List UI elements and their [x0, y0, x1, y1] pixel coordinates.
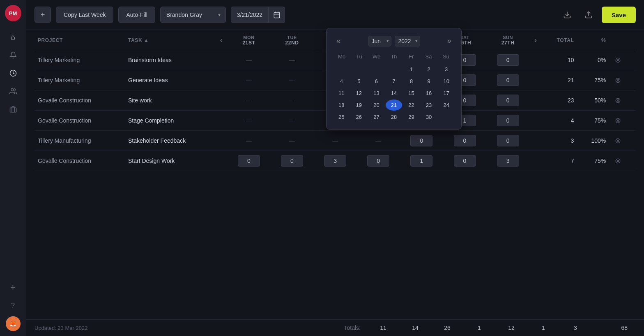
cal-day-27[interactable]: 27 [368, 111, 385, 123]
user-selector[interactable]: Brandon Gray ▾ [160, 7, 226, 23]
cal-day-9[interactable]: 9 [421, 76, 437, 87]
auto-fill-button[interactable]: Auto-Fill [118, 7, 155, 23]
cal-day-26[interactable]: 26 [351, 111, 368, 123]
sidebar-item-briefcase[interactable] [6, 102, 21, 117]
input-wed-5[interactable] [324, 155, 346, 167]
add-button[interactable]: + [34, 7, 51, 23]
cal-day-10[interactable]: 10 [438, 76, 455, 87]
cell-tue-1: — [270, 70, 313, 90]
input-mon-5[interactable] [238, 155, 260, 167]
col-pct: % [577, 30, 609, 50]
cell-pct-0: 0% [577, 50, 609, 70]
sidebar: PM ⌂ + ? 🦊 [0, 0, 26, 336]
task-sort-icon[interactable]: ▲ [144, 37, 149, 43]
cal-day-17[interactable]: 17 [438, 88, 455, 99]
cell-fri-5 [400, 151, 443, 171]
sidebar-item-home[interactable]: ⌂ [6, 30, 21, 44]
cal-next-button[interactable]: » [444, 35, 455, 47]
cal-day-22[interactable]: 22 [403, 100, 420, 111]
input-sun-3[interactable] [497, 115, 519, 126]
cal-day-18[interactable]: 18 [333, 100, 350, 111]
cal-day-3[interactable]: 3 [438, 64, 455, 75]
year-select[interactable]: 202020212022 20232024 [395, 36, 420, 46]
cell-wed-5 [314, 151, 357, 171]
sidebar-item-add[interactable]: + [6, 280, 21, 295]
remove-row-button-2[interactable]: ⊗ [612, 95, 623, 106]
svg-point-1 [11, 88, 13, 91]
cell-sat-5 [443, 151, 486, 171]
sidebar-item-help[interactable]: ? [6, 298, 21, 313]
input-tue-5[interactable] [281, 155, 303, 167]
remove-row-button-0[interactable]: ⊗ [612, 55, 623, 65]
total-wed: 26 [431, 324, 463, 331]
col-nav-prev[interactable]: ‹ [215, 30, 227, 50]
upload-button[interactable] [580, 7, 597, 23]
remove-row-button-4[interactable]: ⊗ [612, 135, 623, 146]
input-sat-5[interactable] [454, 155, 476, 167]
cal-day-14[interactable]: 14 [386, 88, 402, 99]
cal-day-19[interactable]: 19 [351, 100, 368, 111]
svg-rect-3 [274, 12, 280, 18]
cal-day-29[interactable]: 29 [403, 111, 420, 123]
cal-day-21[interactable]: 21 [386, 100, 402, 111]
cal-day-23[interactable]: 23 [421, 100, 437, 111]
input-sat-4[interactable] [454, 135, 476, 146]
month-select[interactable]: JanFebMar AprMayJun JulAugSep OctNovDec [368, 36, 391, 46]
sidebar-item-bell[interactable] [6, 48, 21, 63]
cal-day-25[interactable]: 25 [333, 111, 350, 123]
calendar-weekdays: Mo Tu We Th Fr Sa Su [333, 52, 455, 61]
cell-mon-5 [227, 151, 270, 171]
cell-sun-1 [486, 70, 529, 90]
cell-sun-0 [486, 50, 529, 70]
calendar-icon[interactable] [269, 7, 285, 23]
cal-day-5[interactable]: 5 [351, 76, 368, 87]
input-sun-4[interactable] [497, 135, 519, 146]
week-prev-button[interactable]: ‹ [218, 36, 224, 45]
sidebar-item-people[interactable] [6, 84, 21, 99]
cal-day-16[interactable]: 16 [421, 88, 437, 99]
cal-day-28[interactable]: 28 [386, 111, 402, 123]
week-next-button[interactable]: › [533, 36, 538, 45]
cal-day-12[interactable]: 12 [351, 88, 368, 99]
cal-day-1[interactable]: 1 [403, 64, 420, 75]
cal-day-6[interactable]: 6 [368, 76, 385, 87]
input-thu-5[interactable] [367, 155, 389, 167]
cell-project-4: Tillery Manufacturing [34, 131, 125, 151]
cell-total-4: 3 [542, 131, 577, 151]
cell-total-2: 23 [542, 90, 577, 111]
cal-prev-button[interactable]: « [333, 35, 344, 47]
sidebar-item-timesheet[interactable] [6, 66, 21, 81]
input-sun-5[interactable] [497, 155, 519, 167]
date-input[interactable]: 3/21/2022 [231, 7, 269, 23]
cal-day-15[interactable]: 15 [403, 88, 420, 99]
save-button[interactable]: Save [602, 7, 636, 23]
remove-row-button-3[interactable]: ⊗ [612, 115, 623, 126]
input-fri-5[interactable] [410, 155, 432, 167]
cell-task-0: Brainstorm Ideas [125, 50, 215, 70]
cal-day-20[interactable]: 20 [368, 100, 385, 111]
input-sun-2[interactable] [497, 95, 519, 106]
download-button[interactable] [559, 7, 575, 23]
input-sun-1[interactable] [497, 74, 519, 86]
input-sun-0[interactable] [497, 54, 519, 66]
cal-day-2[interactable]: 2 [421, 64, 437, 75]
remove-row-button-5[interactable]: ⊗ [612, 155, 623, 166]
cell-task-4: Stakeholder Feedback [125, 131, 215, 151]
input-fri-4[interactable] [410, 135, 432, 146]
col-nav-next[interactable]: › [529, 30, 541, 50]
calendar-header: « JanFebMar AprMayJun JulAugSep OctNovDe… [333, 35, 455, 47]
col-tue: Tue 22nd [270, 30, 313, 50]
cal-day-4[interactable]: 4 [333, 76, 350, 87]
cell-remove-3: ⊗ [609, 111, 636, 131]
cal-day-13[interactable]: 13 [368, 88, 385, 99]
updated-text: Updated: 23 Mar 2022 [34, 325, 87, 331]
cal-day-11[interactable]: 11 [333, 88, 350, 99]
copy-last-week-button[interactable]: Copy Last Week [56, 7, 113, 23]
cal-day-7[interactable]: 7 [386, 76, 402, 87]
cell-project-1: Tillery Marketing [34, 70, 125, 90]
sidebar-avatar[interactable]: 🦊 [6, 316, 21, 331]
remove-row-button-1[interactable]: ⊗ [612, 75, 623, 86]
cal-day-30[interactable]: 30 [421, 111, 437, 123]
cal-day-8[interactable]: 8 [403, 76, 420, 87]
cal-day-24[interactable]: 24 [438, 100, 455, 111]
